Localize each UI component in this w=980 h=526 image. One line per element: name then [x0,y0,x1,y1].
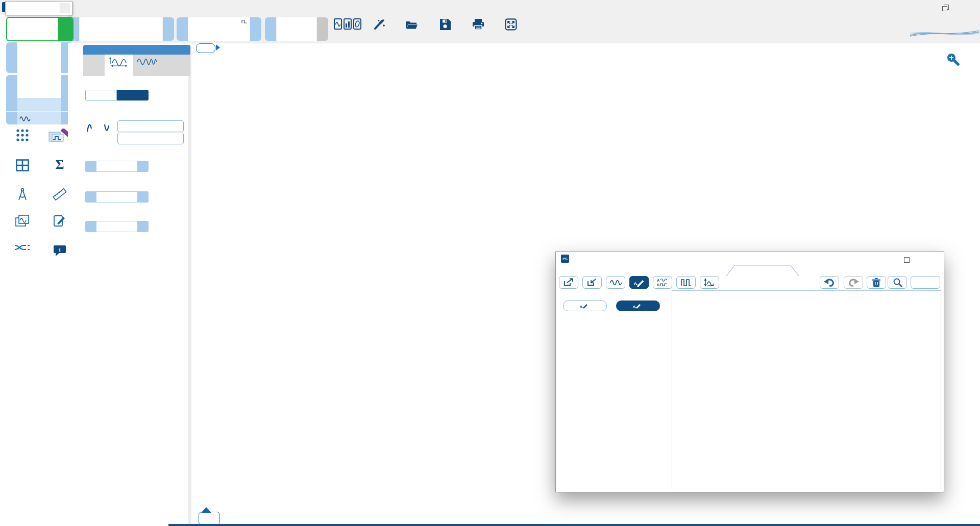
tooltip-close-icon[interactable] [60,4,69,13]
awg-dialog[interactable]: PS A B [555,251,944,492]
redo-icon [847,278,860,287]
export-waveform-button[interactable] [559,276,578,289]
timebase-increase-button[interactable] [163,17,174,41]
basic-waveform-icon [108,56,130,67]
line-draw-button[interactable] [616,300,660,311]
awg-editor-canvas[interactable] [672,290,941,489]
feedback-icon: i [53,245,66,257]
save-floppy-icon [439,18,451,31]
dialog-maximize-button[interactable] [904,256,919,265]
offset-stepper [85,221,149,232]
frequency-increase-button[interactable] [137,161,149,172]
amplitude-stepper [85,191,149,203]
apply-button[interactable] [911,276,940,289]
pulse-train-tool-button[interactable] [676,276,696,289]
waveform-previous-button[interactable] [265,17,276,41]
output-toggle[interactable] [85,90,149,101]
output-off-button[interactable] [85,90,117,101]
window-restore-button[interactable] [942,4,966,11]
gen-frequency-decrease-button[interactable] [6,98,17,111]
instruments-button[interactable] [333,18,362,32]
tab-sweep[interactable] [133,55,162,76]
sidebar-item-more[interactable] [9,129,36,143]
offset-value[interactable] [96,221,137,232]
siggen-tab-strip [83,55,190,76]
sidebar-item-views[interactable] [9,159,36,173]
trigger-source [241,18,247,24]
waveform-panel[interactable] [277,17,316,41]
auto-setup-icon [373,18,386,31]
running-label [7,18,56,40]
auto-setup-button[interactable] [365,18,394,32]
amplitude-increase-button[interactable] [137,191,149,203]
import-icon [586,278,598,287]
normalize-tool-button[interactable] [700,276,719,289]
free-draw-button[interactable] [563,300,607,311]
frequency-decrease-button[interactable] [85,161,96,172]
trash-icon [872,278,881,287]
undo-icon [823,278,836,287]
export-icon [563,278,574,287]
serial-decoding-icon [14,244,31,257]
timebase-panel[interactable] [80,17,162,41]
maximize-icon [904,257,910,263]
bi-level-icon: A B [656,278,669,287]
sidebar-item-reference-waveforms[interactable] [7,214,38,235]
save-button[interactable] [433,18,457,32]
full-screen-icon [505,18,517,31]
title-bar [0,0,980,15]
views-icon [16,159,29,171]
redo-button[interactable] [844,276,863,289]
pencil-draw-icon [633,279,645,287]
sidebar-item-serial-decoding[interactable] [6,244,39,259]
offset-decrease-button[interactable] [85,221,96,232]
trigger-increase-button[interactable] [250,17,261,41]
panel-scrollbar[interactable] [188,45,191,524]
zoom-overview-button[interactable] [946,53,960,68]
print-icon [472,18,484,31]
full-screen-button[interactable] [501,18,521,32]
change-type-button[interactable] [117,120,184,132]
picoscope-app-window: Σ [0,0,980,526]
zoom-tool-button[interactable] [888,276,907,289]
frequency-value[interactable] [96,161,137,172]
draw-tool-button[interactable] [629,276,649,289]
waveform-next-button[interactable] [317,17,328,41]
offset-increase-button[interactable] [137,221,149,232]
notes-icon [53,214,66,228]
gen-amplitude-decrease-button[interactable] [6,112,17,124]
awg-mini-icon [19,115,33,122]
channel-a-decrease-button[interactable] [6,42,17,73]
open-button[interactable] [399,18,424,32]
gen-panel[interactable] [6,98,72,124]
amplitude-decrease-button[interactable] [85,191,96,203]
pulse-train-icon [680,279,692,287]
delete-button[interactable] [867,276,886,289]
running-button[interactable] [6,17,74,41]
channel-a-panel[interactable] [6,42,72,73]
dialog-app-icon: PS [561,255,569,263]
arbitrary-awg-button[interactable] [117,133,184,144]
tab-basic[interactable] [105,55,133,76]
import-waveform-button[interactable] [582,276,602,289]
sidebar-item-measurements[interactable] [6,188,39,203]
reference-waveforms-icon [15,214,30,228]
undo-button[interactable] [820,276,839,289]
amplitude-value[interactable] [96,191,137,203]
search-icon [893,278,902,287]
trigger-decrease-button[interactable] [177,17,188,41]
y-axis-top-marker[interactable] [196,43,215,53]
x-axis-flag-marker[interactable] [199,512,220,525]
bi-level-tool-button[interactable]: A B [653,276,672,289]
left-sidebar: Σ [0,15,68,526]
main-toolbar [68,15,980,44]
flag-icon [200,507,213,513]
signal-generator-panel [68,43,193,526]
print-button[interactable] [467,18,489,32]
trigger-panel[interactable] [188,17,250,41]
sine-tool-button[interactable] [606,276,625,289]
svg-text:B: B [657,283,659,287]
output-on-button[interactable] [117,90,149,101]
sweep-waveform-icon [136,56,159,67]
awg-editor-grid[interactable] [672,291,941,489]
